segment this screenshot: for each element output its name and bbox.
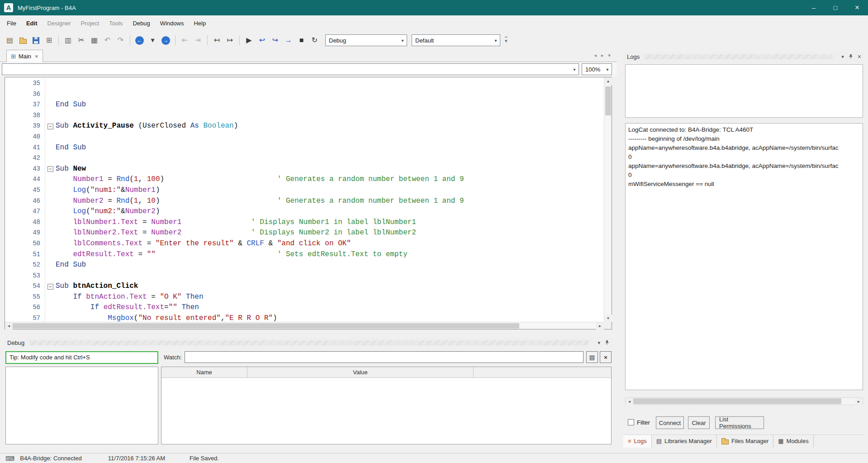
minimize-button[interactable]: – [803,0,825,15]
scrollbar-thumb[interactable] [13,323,519,329]
navigate-forward-button[interactable] [160,34,172,47]
code-line[interactable]: 56 If edtResult.Text="" Then [5,302,604,313]
watch-table[interactable]: Name Value [161,367,612,444]
watch-input[interactable] [185,351,583,363]
tab-scroll-left-icon[interactable]: ◂ [594,53,597,58]
code-line[interactable]: 45 Log("num1:"&Number1) [5,185,604,196]
editor-vertical-scrollbar[interactable]: ▲ ▼ [604,77,612,322]
build-configuration-select[interactable]: Debug ▾ [325,34,407,46]
find-button[interactable]: ⊞ [43,34,55,47]
code-line[interactable]: 55 If btnAction.Text = "O K" Then [5,292,604,303]
code-line[interactable]: 37End Sub [5,100,604,110]
shift-left-button[interactable]: ⇤ [179,34,191,47]
code-line[interactable]: 42 [5,153,604,164]
copy-button[interactable]: ▥ [62,34,74,47]
paste-button[interactable]: ▦ [88,34,100,47]
undo-button[interactable]: ↶ [101,34,114,47]
tab-list-caret-icon[interactable]: ▾ [608,53,611,58]
code-line[interactable]: 44 Number1 = Rnd(1, 100) ' Generates a r… [5,174,604,185]
menu-project[interactable]: Project [76,15,104,32]
code-line[interactable]: 46 Number2 = Rnd(1, 10) ' Generates a ra… [5,196,604,207]
new-module-button[interactable]: ▤ [4,34,16,47]
redo-button[interactable]: ↷ [114,34,127,47]
locals-panel[interactable] [5,367,158,444]
fold-marker[interactable]: − [45,121,56,132]
pin-icon[interactable] [848,54,854,59]
tab-files-manager[interactable]: Files Manager [717,435,773,448]
menu-edit[interactable]: Edit [21,15,43,32]
stop-button[interactable]: ■ [295,34,308,47]
save-button[interactable] [30,34,42,47]
code-line[interactable]: 43−Sub New [5,164,604,175]
code-line[interactable]: 57 Msgbox("No result entered","E R R O R… [5,313,604,322]
step-over-button[interactable]: ↪ [269,34,281,47]
code-line[interactable]: 41End Sub [5,143,604,153]
logs-panel-header[interactable]: Logs ▾ × [623,51,865,62]
code-line[interactable]: 54−Sub btnAction_Click [5,281,604,292]
resume-button[interactable]: → [282,34,294,47]
scroll-right-icon[interactable]: ► [596,322,604,329]
code-line[interactable]: 38 [5,110,604,121]
fold-marker[interactable]: − [45,281,56,292]
logs-filter-box[interactable] [625,64,863,118]
code-line[interactable]: 49 lblNumber2.Text = Number2 ' Displays … [5,228,604,239]
indent-button[interactable]: ↦ [224,34,236,47]
filter-checkbox[interactable] [628,419,634,425]
member-navigation-select[interactable]: ▾ [2,63,579,75]
cut-button[interactable]: ✂ [75,34,87,47]
panel-menu-caret-icon[interactable]: ▾ [598,340,600,346]
logs-horizontal-scrollbar[interactable]: ◄ ► [625,397,863,405]
panel-close-icon[interactable]: × [858,53,861,60]
column-header-name[interactable]: Name [161,367,247,377]
toolbar-overflow-button[interactable]: ▾ [505,37,508,44]
panel-menu-caret-icon[interactable]: ▾ [841,54,844,60]
code-line[interactable]: 50 lblComments.Text = "Enter the result"… [5,239,604,249]
run-button[interactable]: ▶ [243,34,255,47]
navigate-back-caret[interactable]: ▾ [147,34,159,47]
code-line[interactable]: 35 [5,78,604,89]
menu-help[interactable]: Help [189,15,211,32]
column-header-value[interactable]: Value [247,367,474,377]
code-line[interactable]: 51 edtResult.Text = "" ' Sets edtResult.… [5,249,604,260]
ui-configuration-select[interactable]: Default ▾ [412,34,500,46]
menu-file[interactable]: File [2,15,21,32]
code-lines[interactable]: 353637End Sub3839−Sub Activity_Pause (Us… [5,77,604,322]
tab-logs[interactable]: ≡Logs [623,435,652,448]
tab-scroll-right-icon[interactable]: ▸ [601,53,604,58]
scrollbar-thumb[interactable] [605,86,611,115]
code-line[interactable]: 39−Sub Activity_Pause (UserClosed As Boo… [5,121,604,132]
code-line[interactable]: 40 [5,132,604,143]
navigate-back-button[interactable] [133,34,146,47]
list-permissions-button[interactable]: List Permissions [715,416,764,429]
scroll-down-icon[interactable]: ▼ [604,315,612,322]
code-line[interactable]: 48 lblNumber1.Text = Number1 ' Displays … [5,217,604,228]
pin-icon[interactable] [604,340,610,345]
fold-marker[interactable]: − [45,164,56,175]
restart-button[interactable]: ↻ [308,34,321,47]
connect-button[interactable]: Connect [656,416,684,429]
menu-windows[interactable]: Windows [155,15,189,32]
tab-libraries-manager[interactable]: ▤Libraries Manager [652,435,717,448]
code-line[interactable]: 53 [5,271,604,282]
maximize-button[interactable]: □ [825,0,846,15]
clear-button[interactable]: Clear [688,416,710,429]
scroll-left-icon[interactable]: ◄ [626,398,633,405]
menu-tools[interactable]: Tools [104,15,128,32]
log-output[interactable]: LogCat connected to: B4A-Bridge: TCL A46… [625,123,863,390]
code-line[interactable]: 52End Sub [5,260,604,271]
watch-list-button[interactable]: ▤ [586,351,598,363]
scroll-right-icon[interactable]: ► [855,398,863,405]
close-button[interactable]: × [846,0,868,15]
step-into-button[interactable]: ↩ [256,34,268,47]
debug-panel-header[interactable]: Debug ▾ [4,337,613,348]
menu-debug[interactable]: Debug [128,15,155,32]
scroll-up-icon[interactable]: ▲ [604,77,612,85]
outdent-button[interactable]: ↤ [211,34,223,47]
editor-horizontal-scrollbar[interactable]: ◄ ► [5,322,604,329]
tab-modules[interactable]: ▦Modules [773,435,813,448]
code-line[interactable]: 47 Log("num2:"&Number2) [5,206,604,217]
scroll-left-icon[interactable]: ◄ [5,322,13,329]
tab-close-icon[interactable]: × [35,53,38,60]
zoom-select[interactable]: 100% ▾ [582,63,612,75]
code-line[interactable]: 36 [5,89,604,100]
